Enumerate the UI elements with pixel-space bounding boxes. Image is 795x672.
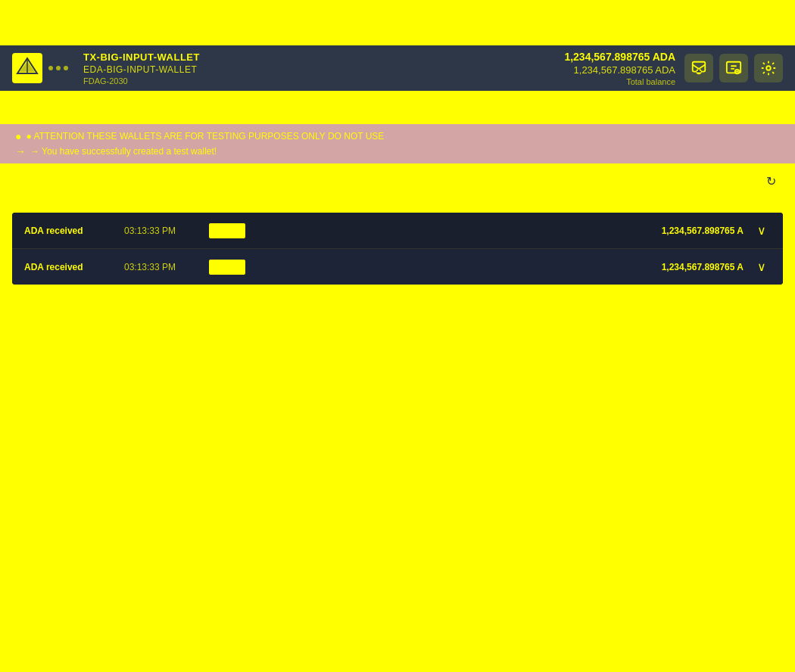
tx-count-line-left (15, 181, 329, 182)
tx-expand-button-2[interactable]: ∨ (753, 258, 771, 275)
daedalus-logo-svg (16, 57, 39, 79)
wallet-info: TX-BIG-INPUT-WALLET EDA-BIG-INPUT-WALLET… (77, 51, 555, 86)
balance-secondary: 1,234,567.898765 ADA (574, 64, 675, 76)
tx-count-bar: Number of transactions: 1 ↻ (0, 176, 795, 187)
tx-time-1: 03:13:33 PM (124, 226, 200, 236)
wallet-name-primary: TX-BIG-INPUT-WALLET (83, 51, 555, 63)
tx-status-badge-2 (209, 260, 245, 275)
table-row: ADA received 03:13:33 PM 1,234,567.89876… (12, 249, 783, 285)
refresh-button[interactable]: ↻ (759, 170, 783, 194)
bottom-accent-bar (12, 297, 783, 303)
receive-button[interactable] (719, 54, 748, 82)
wallet-name-row: TX-BIG-INPUT-WALLET EDA-BIG-INPUT-WALLET… (83, 51, 555, 86)
wallet-balance: 1,234,567.898765 ADA 1,234,567.898765 AD… (564, 51, 675, 86)
top-header: · · · · · · · · · · · · · · · · · · · · … (0, 0, 795, 45)
refresh-icon: ↻ (766, 174, 776, 188)
balance-primary: 1,234,567.898765 ADA (564, 51, 675, 63)
tab-dedale[interactable]: DEDALE (191, 91, 269, 124)
tx-count-line-right (466, 181, 780, 182)
transaction-list: ADA received 03:13:33 PM 1,234,567.89876… (12, 213, 783, 285)
tx-expand-button-1[interactable]: ∨ (753, 222, 771, 239)
alert-bullet-2: → (15, 145, 26, 157)
tx-status-badge-1 (209, 223, 245, 238)
transactions-area: Number of transactions: 1 ↻ 04/19/2019 A… (0, 163, 795, 303)
nav-dots (48, 66, 68, 70)
tx-amount-2: 1,234,567.898765 A (607, 262, 744, 272)
alert-line-1: ● ● ATTENTION THESE WALLETS ARE FOR TEST… (15, 130, 780, 142)
alert-bullet-1: ● (15, 130, 21, 142)
wallet-name-secondary: EDA-BIG-INPUT-WALLET (83, 64, 555, 75)
tab-transactions[interactable]: TRANSACTIONS (15, 91, 132, 124)
wallet-name-tertiary: FDAG-2030 (83, 76, 555, 86)
sub-nav: TRANSACTIONS ADA DEDALE (0, 91, 795, 124)
tx-type-1: ADA received (24, 226, 115, 236)
dot-1 (48, 66, 53, 70)
receive-icon (725, 60, 742, 76)
header-decorative-text: · · · · · · · · · · · · · · · · · · · · … (319, 12, 476, 33)
table-row: ADA received 03:13:33 PM 1,234,567.89876… (12, 213, 783, 249)
logo-icon (12, 53, 42, 83)
nav-bar: TX-BIG-INPUT-WALLET EDA-BIG-INPUT-WALLET… (0, 45, 795, 91)
tx-amount-1: 1,234,567.898765 A (607, 226, 744, 236)
settings-icon (760, 60, 777, 76)
alert-banner: ● ● ATTENTION THESE WALLETS ARE FOR TEST… (0, 124, 795, 163)
dot-3 (64, 66, 68, 70)
send-icon (691, 60, 707, 76)
dot-2 (56, 66, 61, 70)
date-separator: 04/19/2019 (0, 193, 795, 213)
alert-line-2: → → You have successfully created a test… (15, 145, 780, 157)
logo (12, 53, 68, 83)
tab-ada[interactable]: ADA (132, 91, 191, 124)
send-button[interactable] (684, 54, 713, 82)
tx-type-2: ADA received (24, 262, 115, 272)
svg-point-7 (766, 66, 771, 70)
tx-time-2: 03:13:33 PM (124, 262, 200, 272)
settings-button[interactable] (754, 54, 783, 82)
tx-count-text: Number of transactions: 1 (329, 176, 466, 187)
nav-icons (684, 54, 783, 82)
balance-label: Total balance (626, 77, 675, 86)
